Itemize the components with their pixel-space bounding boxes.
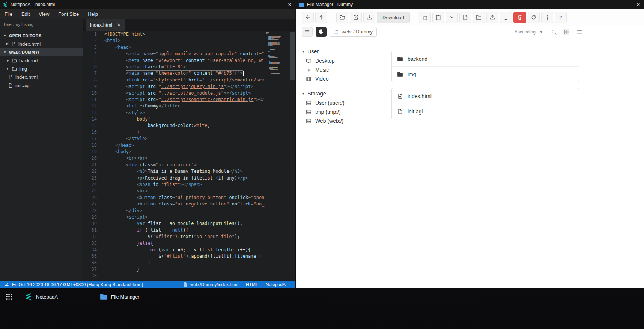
sync-icon[interactable] [4,282,9,287]
tree-item-init-agi[interactable]: init.agi [0,81,83,89]
upload-button[interactable] [486,12,498,23]
sidebar-item-desktop[interactable]: Desktop [296,56,381,65]
sidebar-section-user[interactable]: ▾User [296,47,381,56]
folder-solid-icon [397,71,403,77]
tab-index-html[interactable]: index.html ✕ [86,19,125,31]
chevron-right-icon: ▸ [6,59,10,62]
open-in-new-button[interactable] [350,12,362,23]
ibeam-icon [503,14,509,20]
menu-font-size[interactable]: Font Size [54,9,83,19]
tree-item-index-html[interactable]: index.html [0,73,83,81]
minimize-button[interactable]: – [610,0,621,9]
paste-button[interactable] [432,12,444,23]
line-number: 15 [83,122,97,129]
filemanager-window: File Manager - Dummy – ✕ Download✂? web:… [296,0,644,288]
open-button[interactable] [336,12,348,23]
active-tag-highlight: <meta name="theme-color" content="#4b75f… [126,71,243,76]
sidebar-item-music[interactable]: ♪Music [296,65,381,74]
line-text: <br><br> [104,155,148,161]
code-area[interactable]: 1<!DOCTYPE html>2<html>3 <head>4 <meta n… [83,31,295,281]
sidebar-item-video[interactable]: Video [296,74,381,83]
code-line: 29 <script> [83,214,265,220]
code-line: 36 } [83,260,265,266]
line-number: 3 [83,44,97,51]
line-number: 9 [83,83,97,90]
rename-button[interactable] [500,12,512,23]
line-number: 27 [83,201,97,207]
taskbar-item-file-manager[interactable]: File Manager [97,292,143,302]
line-number: 37 [83,266,97,273]
scrollbar-thumb[interactable] [290,32,295,80]
file-row-backend[interactable]: backend [392,51,579,66]
list-view-button[interactable] [576,29,582,35]
line-number: 12 [83,103,97,109]
code-line: 23 <p>Received drag-in filelist (if any)… [83,175,265,181]
download-button[interactable]: Download [377,12,410,23]
up-button[interactable] [315,12,327,23]
tab-close-icon[interactable]: ✕ [117,22,121,28]
menu-edit[interactable]: Edit [17,9,34,19]
grid-view-button[interactable] [564,29,570,35]
section-label: User [308,48,319,54]
editor-tabbar: index.html ✕ [83,19,295,31]
tree-item-img[interactable]: ▸img [0,65,83,73]
file-row-init-agi[interactable]: init.agi [392,104,579,119]
editor-scrollbar[interactable] [290,31,295,281]
code-line: 20 <br><br> [83,155,265,161]
taskbar-item-apps[interactable] [2,292,16,302]
path-breadcrumb[interactable]: web: / Dummy [330,27,377,37]
help-button[interactable]: ? [555,12,567,23]
folder-blue-icon [100,293,107,300]
minimap[interactable] [266,32,289,78]
code-line: 10 <script src="../script/ao_module.js">… [83,90,265,97]
minimize-button[interactable]: – [262,0,273,9]
tree-item-index-html[interactable]: ✕index.html [0,40,83,48]
statusbar-language[interactable]: HTML [246,282,258,287]
breadcrumb-path: web: / Dummy [342,29,373,35]
statusbar-filepath[interactable]: web:/Dummy/index.html [190,282,238,287]
back-button[interactable] [302,12,314,23]
sidebar-item-user-user[interactable]: User (user:/) [296,98,381,107]
sidebar-section-storage[interactable]: ▾Storage [296,89,381,98]
line-number: 38 [83,273,97,279]
sidebar-item-tmp-tmp[interactable]: tmp (tmp:/) [296,107,381,116]
menu-file[interactable]: File [0,9,17,19]
taskbar-item-notepada[interactable]: NotepadA [22,292,61,302]
maximize-button[interactable] [621,0,633,9]
cut-button[interactable]: ✂ [446,12,458,23]
menu-view[interactable]: View [34,9,54,19]
info-button[interactable] [541,12,553,23]
monitor-icon [306,58,311,64]
delete-button[interactable] [513,12,526,23]
new-file-button[interactable] [459,12,471,23]
menu-help[interactable]: Help [83,9,102,19]
code-line: 31 if (flist == null){ [83,227,265,234]
new-folder-button[interactable] [473,12,485,23]
refresh-button[interactable] [528,12,540,23]
sort-dropdown[interactable]: Ascending ▾ [515,29,544,35]
tree-item-backend[interactable]: ▸backend [0,56,83,65]
copy-button[interactable] [419,12,431,23]
code-line: 8 <link rel="stylesheet" href="../script… [83,77,265,83]
file-row-img[interactable]: img [392,66,579,82]
close-button[interactable]: ✕ [633,0,644,9]
tree-section-open-editors[interactable]: ▾OPEN EDITORS [0,32,83,40]
line-number: 34 [83,247,97,253]
close-icon[interactable]: ✕ [5,42,9,46]
search-button[interactable] [551,29,557,35]
file-row-index-html[interactable]: index.html [392,88,579,104]
menu-button[interactable] [302,27,313,37]
sort-label: Ascending [515,29,536,35]
maximize-button[interactable] [273,0,284,9]
line-text: <meta name="theme-color" content="#4b75f… [104,70,244,77]
close-button[interactable]: ✕ [284,0,295,9]
code-line: 35 $("#flist").append(flist[i].filename … [83,253,265,260]
sidebar-item-web-web[interactable]: Web (web:/) [296,116,381,125]
download-icon-button-button[interactable] [363,12,375,23]
line-text: <script> [104,214,148,220]
tree-section-web-dummy[interactable]: ▾WEB:/DUMMY/ [0,48,83,56]
copy-icon [422,14,428,20]
dark-mode-button[interactable] [316,27,327,37]
hamburger-icon [304,29,310,35]
line-text: <html> [104,38,120,44]
